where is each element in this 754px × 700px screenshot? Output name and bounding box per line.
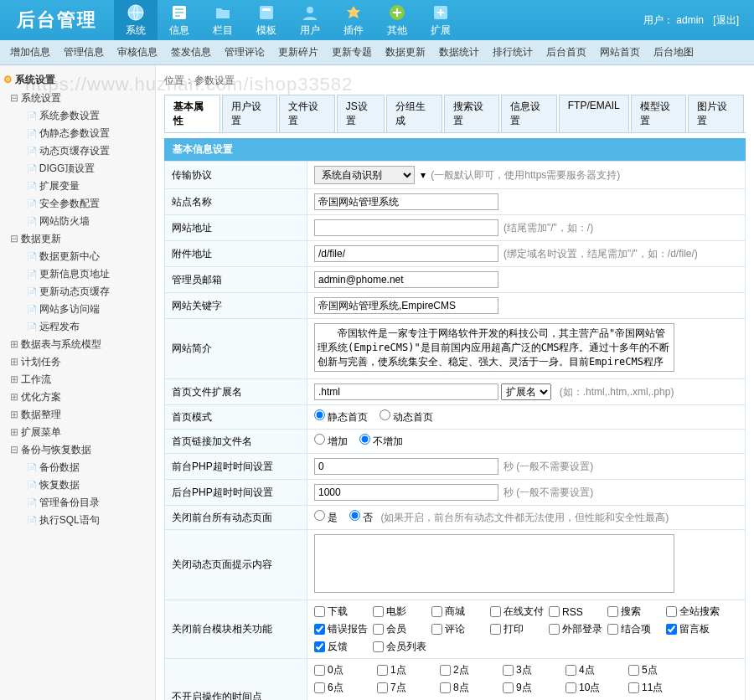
tree-group[interactable]: 系统设置 [10,90,152,107]
tree-group[interactable]: 数据表与系统模型 [10,336,152,353]
hour-checkbox[interactable]: 4点 [566,663,628,677]
hour-checkbox[interactable]: 7点 [377,681,440,695]
hour-checkbox[interactable]: 0点 [314,663,377,677]
radio-close-no[interactable] [349,510,360,521]
textarea-desc[interactable]: 帝国软件是一家专注于网络软件开发的科技公司，其主营产品"帝国网站管理系统(Emp… [314,323,674,372]
module-checkbox[interactable]: 电影 [373,605,431,619]
tab[interactable]: 基本属性 [164,95,220,132]
input-backtimeout[interactable] [314,484,498,501]
tree-leaf[interactable]: 恢复数据 [10,476,152,494]
module-checkbox[interactable]: 外部登录 [549,622,607,636]
input-keywords[interactable] [314,297,498,314]
module-checkbox[interactable]: 错误报告 [314,622,373,636]
hour-checkbox[interactable]: 11点 [628,681,691,695]
tree-group[interactable]: 数据整理 [10,406,152,424]
top-nav-folder[interactable]: 栏目 [201,0,245,40]
tree-leaf[interactable]: 扩展变量 [10,178,152,195]
module-checkbox[interactable]: 会员列表 [373,640,431,654]
subnav-item[interactable]: 后台地图 [653,45,694,59]
input-email[interactable] [314,271,498,288]
subnav-item[interactable]: 管理评论 [225,45,265,59]
hour-checkbox[interactable]: 2点 [440,663,503,677]
subnav-item[interactable]: 签发信息 [171,45,211,59]
subnav-item[interactable]: 增加信息 [10,45,50,59]
subnav-item[interactable]: 排行统计 [493,45,533,59]
tab[interactable]: 文件设置 [279,95,335,132]
module-checkbox[interactable]: 评论 [431,622,490,636]
top-nav-add[interactable]: 其他 [375,0,419,40]
tree-group[interactable]: 扩展菜单 [10,424,152,441]
module-checkbox[interactable]: 下载 [314,605,373,619]
subnav-item[interactable]: 后台首页 [546,45,586,59]
hour-checkbox[interactable]: 9点 [503,681,566,695]
module-checkbox[interactable]: 商城 [431,605,490,619]
subnav-item[interactable]: 数据更新 [385,45,426,59]
tab[interactable]: 图片设置 [688,95,744,132]
subnav-item[interactable]: 更新专题 [332,45,372,59]
subnav-item[interactable]: 更新碎片 [278,45,318,59]
radio-close-yes[interactable] [314,510,325,521]
top-nav-user[interactable]: 用户 [288,0,332,40]
tree-group[interactable]: 计划任务 [10,353,152,371]
input-indexext[interactable] [314,383,498,400]
subnav-item[interactable]: 网站首页 [600,45,640,59]
module-checkbox[interactable]: 打印 [490,622,549,636]
tree-leaf[interactable]: DIGG顶设置 [10,160,152,178]
subnav-item[interactable]: 数据统计 [439,45,479,59]
hour-checkbox[interactable]: 5点 [628,663,691,677]
subnav-item[interactable]: 审核信息 [117,45,158,59]
module-checkbox[interactable]: 全站搜索 [666,605,725,619]
tab[interactable]: 搜索设置 [444,95,500,132]
input-siteurl[interactable] [314,219,498,236]
textarea-closehint[interactable] [314,534,674,593]
hour-checkbox[interactable]: 3点 [503,663,566,677]
module-checkbox[interactable]: 在线支付 [490,605,549,619]
input-fronttimeout[interactable] [314,458,498,475]
tab[interactable]: 用户设置 [222,95,278,132]
tree-leaf[interactable]: 网站防火墙 [10,213,152,230]
hour-checkbox[interactable]: 1点 [377,663,440,677]
tree-leaf[interactable]: 动态页缓存设置 [10,142,152,160]
hour-checkbox[interactable]: 6点 [314,681,377,695]
tree-leaf[interactable]: 远程发布 [10,318,152,336]
tab[interactable]: 模型设置 [631,95,687,132]
input-attachurl[interactable] [314,245,498,262]
module-checkbox[interactable]: 会员 [373,622,431,636]
module-checkbox[interactable]: RSS [549,605,607,619]
radio-noadd[interactable] [359,434,370,445]
tree-group[interactable]: 优化方案 [10,389,152,406]
tree-group[interactable]: 数据更新 [10,230,152,248]
top-nav-plugin[interactable]: 插件 [332,0,375,40]
tree-leaf[interactable]: 数据更新中心 [10,248,152,265]
tree-group[interactable]: 工作流 [10,371,152,389]
tree-leaf[interactable]: 更新信息页地址 [10,265,152,283]
input-sitename[interactable] [314,193,498,210]
radio-dynamic[interactable] [380,409,390,420]
tree-leaf[interactable]: 系统参数设置 [10,107,152,125]
tree-leaf[interactable]: 备份数据 [10,459,152,476]
logout-link[interactable]: [退出] [713,14,739,26]
tree-leaf[interactable]: 管理备份目录 [10,494,152,512]
tab[interactable]: JS设置 [337,95,385,132]
tree-leaf[interactable]: 安全参数配置 [10,195,152,213]
select-indexext[interactable]: 扩展名 [501,383,551,400]
hour-checkbox[interactable]: 10点 [566,681,628,695]
hour-checkbox[interactable]: 8点 [440,681,503,695]
tree-leaf[interactable]: 网站多访问端 [10,301,152,318]
tab[interactable]: FTP/EMAIL [559,95,629,132]
tree-leaf[interactable]: 执行SQL语句 [10,512,152,529]
tree-leaf[interactable]: 更新动态页缓存 [10,283,152,301]
top-nav-expand[interactable]: 扩展 [419,0,462,40]
radio-static[interactable] [314,409,325,420]
tab[interactable]: 信息设置 [501,95,557,132]
tree-leaf[interactable]: 伪静态参数设置 [10,125,152,142]
select-protocol[interactable]: 系统自动识别 [314,166,415,184]
tree-group[interactable]: 备份与恢复数据 [10,441,152,459]
subnav-item[interactable]: 管理信息 [64,45,104,59]
radio-add[interactable] [314,434,325,445]
tab[interactable]: 分组生成 [386,95,442,132]
module-checkbox[interactable]: 结合项 [607,622,666,636]
module-checkbox[interactable]: 搜索 [607,605,666,619]
module-checkbox[interactable]: 留言板 [666,622,725,636]
top-nav-globe[interactable]: 系统 [114,0,158,40]
